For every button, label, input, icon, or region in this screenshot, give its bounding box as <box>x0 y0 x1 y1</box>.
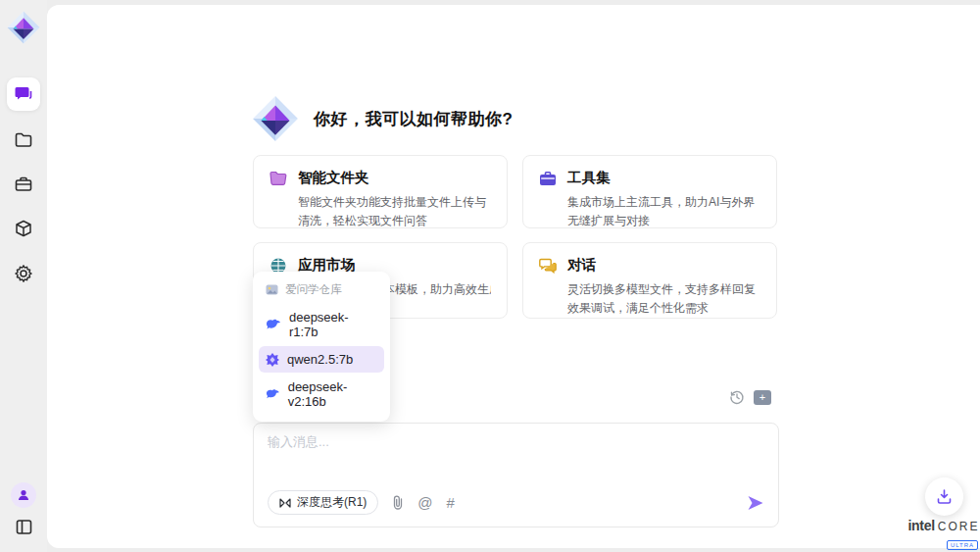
model-option-label: deepseek-r1:7b <box>289 310 377 339</box>
app-logo-icon <box>6 10 41 45</box>
message-input[interactable] <box>268 433 758 480</box>
intel-tier-badge: ultra <box>947 540 978 550</box>
conversation-icon <box>539 258 557 274</box>
toolset-icon <box>539 171 557 186</box>
folder-icon <box>14 130 33 150</box>
sidebar-collapse-button[interactable] <box>7 510 40 543</box>
greeting-text: 你好，我可以如何帮助你? <box>314 108 513 130</box>
model-dropdown-menu: 爱问学仓库 deepseek-r1:7b qwen2.5:7b deepseek… <box>253 272 390 422</box>
smart-folder-icon <box>270 171 287 186</box>
chat-icon <box>14 84 33 104</box>
model-option-label: qwen2.5:7b <box>287 352 353 367</box>
sidebar <box>0 0 47 552</box>
paperclip-icon <box>392 495 404 510</box>
card-description: 灵活切换多模型文件，支持多样回复效果调试，满足个性化需求 <box>539 280 760 318</box>
sidebar-item-folders[interactable] <box>7 124 40 157</box>
intel-core-ultra-logo: intel core ultra <box>906 518 980 551</box>
deep-think-label: 深度思考(R1) <box>297 494 367 511</box>
deepseek-icon <box>266 319 281 330</box>
card-conversation[interactable]: 对话 灵活切换多模型文件，支持多样回复效果调试，满足个性化需求 <box>522 242 777 319</box>
card-title: 智能文件夹 <box>298 169 369 187</box>
deepseek-icon <box>266 388 280 400</box>
composer-toolbar: 深度思考(R1) @ # <box>268 490 764 515</box>
model-option-deepseek-r1[interactable]: deepseek-r1:7b <box>259 304 384 345</box>
history-icon[interactable] <box>729 389 745 405</box>
intel-product-text: core <box>938 520 980 533</box>
repository-label: 爱问学仓库 <box>285 282 342 297</box>
model-option-qwen[interactable]: qwen2.5:7b <box>259 346 384 373</box>
briefcase-icon <box>14 175 33 194</box>
sidebar-item-models[interactable] <box>7 212 40 245</box>
sidebar-item-toolbox[interactable] <box>7 168 40 201</box>
card-title: 工具集 <box>567 169 611 187</box>
card-title: 对话 <box>567 256 596 275</box>
sidebar-item-settings[interactable] <box>7 257 40 290</box>
sidebar-item-chat[interactable] <box>7 77 40 111</box>
model-option-deepseek-v2[interactable]: deepseek-v2:16b <box>259 374 384 415</box>
download-icon <box>936 488 953 505</box>
panel-toggle-icon <box>15 518 33 536</box>
attach-file-button[interactable] <box>392 495 404 510</box>
topic-button[interactable]: # <box>447 494 455 511</box>
download-button[interactable] <box>925 477 963 516</box>
repository-icon <box>266 284 278 295</box>
card-description: 集成市场上主流工具，助力AI与外界无缝扩展与对接 <box>539 193 760 230</box>
cube-icon <box>14 219 33 238</box>
deep-think-toggle[interactable]: 深度思考(R1) <box>268 490 378 515</box>
message-composer: 深度思考(R1) @ # <box>253 423 779 527</box>
conversation-actions: + <box>729 389 771 405</box>
model-option-label: deepseek-v2:16b <box>288 379 377 409</box>
user-icon <box>17 488 30 502</box>
qwen-icon <box>266 353 279 367</box>
greeting: 你好，我可以如何帮助你? <box>251 94 513 143</box>
send-button[interactable] <box>747 495 764 511</box>
card-description: 智能文件夹功能支持批量文件上传与清洗，轻松实现文件问答 <box>270 193 491 230</box>
card-toolset[interactable]: 工具集 集成市场上主流工具，助力AI与外界无缝扩展与对接 <box>522 155 777 228</box>
mention-button[interactable]: @ <box>417 494 432 511</box>
intel-brand-text: intel <box>908 518 935 533</box>
plus-icon: + <box>760 392 765 403</box>
avatar <box>11 482 36 508</box>
new-chat-button[interactable]: + <box>754 390 771 405</box>
gear-icon <box>14 264 33 283</box>
greeting-logo-icon <box>251 94 300 143</box>
sidebar-item-account[interactable] <box>7 478 40 512</box>
model-repository-header: 爱问学仓库 <box>259 277 384 304</box>
card-smart-folder[interactable]: 智能文件夹 智能文件夹功能支持批量文件上传与清洗，轻松实现文件问答 <box>253 155 508 228</box>
deep-think-icon <box>279 498 291 508</box>
send-icon <box>747 495 764 511</box>
